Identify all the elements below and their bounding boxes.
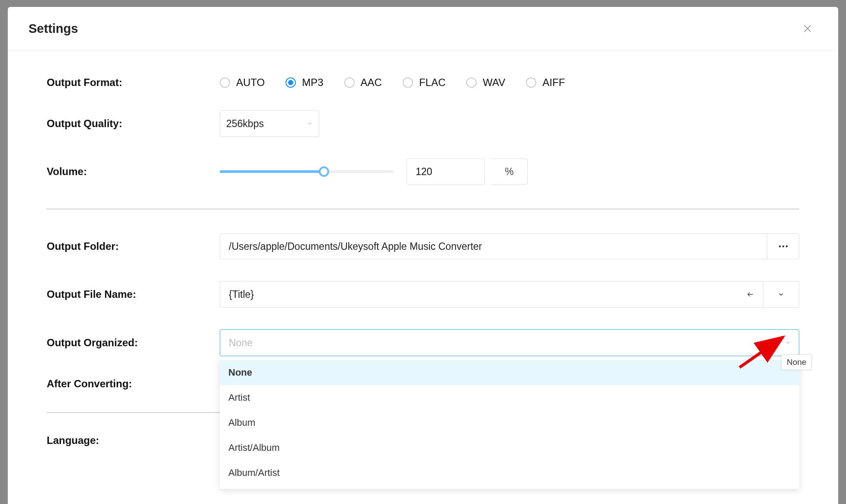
svg-point-2: [779, 246, 780, 247]
radio-label: MP3: [302, 77, 323, 89]
ellipsis-icon: [779, 245, 788, 248]
modal-title: Settings: [29, 22, 78, 36]
radio-aiff[interactable]: AIFF: [526, 77, 565, 89]
volume-value: 120: [416, 166, 432, 178]
dropdown-item-artist[interactable]: Artist: [220, 385, 799, 410]
output-folder-controls: /Users/apple/Documents/Ukeysoft Apple Mu…: [220, 233, 799, 259]
arrow-left-icon[interactable]: [746, 290, 755, 298]
radio-circle-icon: [403, 77, 413, 88]
radio-label: FLAC: [419, 77, 445, 89]
radio-circle-icon: [526, 77, 536, 88]
section-divider: [47, 209, 799, 209]
volume-slider[interactable]: [220, 170, 394, 173]
output-format-controls: AUTO MP3 AAC FLAC: [220, 77, 799, 89]
label-output-format: Output Format:: [47, 77, 220, 89]
dropdown-item-artist-album[interactable]: Artist/Album: [220, 435, 799, 460]
output-file-name-input[interactable]: {Title}: [220, 281, 763, 308]
label-output-folder: Output Folder:: [47, 240, 220, 252]
label-output-file-name: Output File Name:: [47, 288, 220, 300]
file-name-template-dropdown[interactable]: [763, 281, 799, 308]
dropdown-item-album-artist[interactable]: Album/Artist: [220, 460, 799, 485]
slider-fill: [220, 170, 324, 173]
volume-input[interactable]: 120: [407, 159, 484, 185]
radio-circle-icon: [285, 77, 296, 88]
output-folder-input[interactable]: /Users/apple/Documents/Ukeysoft Apple Mu…: [220, 234, 767, 259]
radio-label: WAV: [483, 77, 505, 89]
radio-wav[interactable]: WAV: [466, 77, 505, 89]
label-language: Language:: [47, 434, 220, 447]
close-icon: [803, 24, 812, 33]
row-output-format: Output Format: AUTO MP3 AAC: [47, 77, 799, 89]
radio-label: AAC: [361, 77, 382, 89]
output-quality-select[interactable]: 256kbps: [220, 110, 319, 137]
volume-controls: 120 %: [220, 159, 799, 185]
row-output-organized: Output Organized: None None Artist Album…: [47, 329, 799, 356]
radio-circle-icon: [220, 77, 230, 88]
chevron-down-icon: [785, 340, 791, 346]
output-file-name-controls: {Title}: [220, 281, 799, 308]
label-after-converting: After Converting:: [47, 378, 220, 390]
close-button[interactable]: [800, 20, 817, 37]
output-organized-dropdown: None Artist Album Artist/Album Album/Art…: [220, 357, 799, 489]
chevron-down-icon: [307, 121, 313, 127]
modal-header: Settings: [8, 7, 838, 51]
output-quality-value: 256kbps: [226, 118, 264, 130]
row-output-quality: Output Quality: 256kbps: [47, 110, 799, 137]
radio-mp3[interactable]: MP3: [285, 77, 323, 89]
output-organized-placeholder: None: [229, 337, 253, 349]
output-organized-select[interactable]: None None Artist Album Artist/Album Albu…: [220, 329, 799, 356]
modal-body: Output Format: AUTO MP3 AAC: [8, 51, 838, 482]
settings-modal: Settings Output Format: AUTO MP3: [8, 7, 838, 504]
radio-label: AUTO: [236, 77, 265, 89]
radio-flac[interactable]: FLAC: [403, 77, 445, 89]
label-output-quality: Output Quality:: [47, 118, 220, 130]
radio-auto[interactable]: AUTO: [220, 77, 265, 89]
label-output-organized: Output Organized:: [47, 337, 220, 349]
svg-point-3: [782, 246, 784, 247]
dropdown-item-none[interactable]: None: [220, 360, 799, 385]
output-file-name-value: {Title}: [229, 289, 254, 300]
output-format-radio-group: AUTO MP3 AAC FLAC: [220, 77, 565, 89]
row-output-folder: Output Folder: /Users/apple/Documents/Uk…: [47, 233, 799, 259]
radio-aac[interactable]: AAC: [344, 77, 382, 89]
tooltip-none: None: [781, 354, 812, 370]
radio-circle-icon: [466, 77, 477, 88]
radio-label: AIFF: [542, 77, 565, 89]
output-quality-controls: 256kbps: [220, 110, 799, 137]
row-volume: Volume: 120 %: [47, 159, 799, 185]
volume-suffix: %: [491, 159, 528, 185]
slider-thumb[interactable]: [319, 166, 329, 177]
label-volume: Volume:: [47, 166, 220, 178]
radio-circle-icon: [344, 77, 355, 88]
section-divider-2: [47, 412, 228, 413]
row-output-file-name: Output File Name: {Title}: [47, 281, 799, 308]
output-folder-input-group: /Users/apple/Documents/Ukeysoft Apple Mu…: [220, 233, 799, 259]
svg-point-4: [785, 246, 787, 247]
browse-folder-button[interactable]: [767, 234, 799, 259]
dropdown-item-album[interactable]: Album: [220, 410, 799, 435]
chevron-down-icon: [778, 291, 785, 298]
